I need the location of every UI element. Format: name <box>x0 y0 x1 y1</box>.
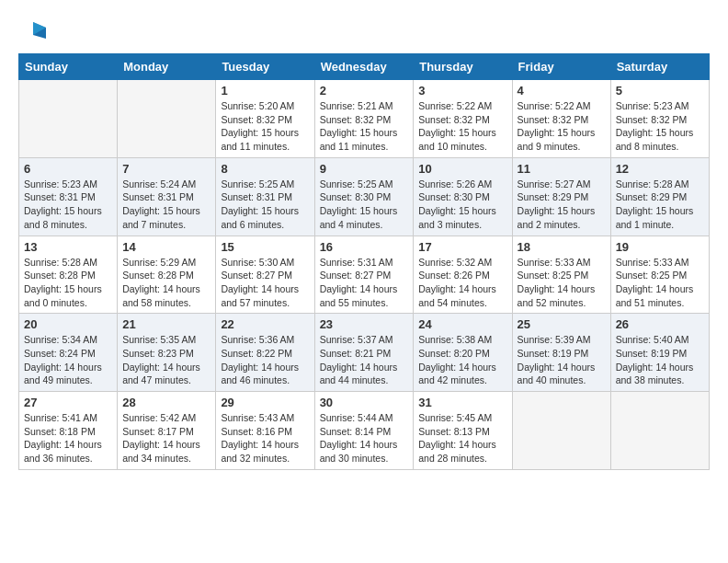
day-info: Sunrise: 5:21 AMSunset: 8:32 PMDaylight:… <box>320 99 409 154</box>
day-number: 2 <box>320 84 409 98</box>
calendar-cell: 19Sunrise: 5:33 AMSunset: 8:25 PMDayligh… <box>610 236 709 314</box>
day-number: 15 <box>221 240 309 254</box>
day-info: Sunrise: 5:44 AMSunset: 8:14 PMDaylight:… <box>320 411 409 465</box>
day-info: Sunrise: 5:29 AMSunset: 8:28 PMDaylight:… <box>122 256 210 310</box>
calendar-cell: 25Sunrise: 5:39 AMSunset: 8:19 PMDayligh… <box>512 314 610 392</box>
day-number: 13 <box>24 240 112 254</box>
calendar-header-row: SundayMondayTuesdayWednesdayThursdayFrid… <box>19 54 710 80</box>
day-number: 19 <box>616 240 704 254</box>
day-info: Sunrise: 5:37 AMSunset: 8:21 PMDaylight:… <box>320 333 409 387</box>
calendar-cell: 7Sunrise: 5:24 AMSunset: 8:31 PMDaylight… <box>118 157 216 236</box>
calendar-cell: 16Sunrise: 5:31 AMSunset: 8:27 PMDayligh… <box>314 236 414 314</box>
calendar-cell <box>19 80 118 158</box>
day-info: Sunrise: 5:25 AMSunset: 8:30 PMDaylight:… <box>320 178 409 232</box>
day-info: Sunrise: 5:31 AMSunset: 8:27 PMDaylight:… <box>320 256 409 310</box>
day-info: Sunrise: 5:36 AMSunset: 8:22 PMDaylight:… <box>221 333 309 387</box>
day-number: 11 <box>518 162 606 176</box>
calendar-cell: 15Sunrise: 5:30 AMSunset: 8:27 PMDayligh… <box>216 236 314 314</box>
calendar-cell: 23Sunrise: 5:37 AMSunset: 8:21 PMDayligh… <box>314 314 414 392</box>
day-number: 17 <box>418 240 506 254</box>
day-number: 20 <box>24 317 112 331</box>
day-number: 4 <box>518 84 606 98</box>
day-number: 30 <box>320 396 409 409</box>
day-info: Sunrise: 5:22 AMSunset: 8:32 PMDaylight:… <box>418 99 506 154</box>
calendar-cell: 30Sunrise: 5:44 AMSunset: 8:14 PMDayligh… <box>314 392 414 470</box>
day-number: 9 <box>320 162 409 176</box>
calendar-cell: 31Sunrise: 5:45 AMSunset: 8:13 PMDayligh… <box>414 392 512 470</box>
calendar-week-row: 1Sunrise: 5:20 AMSunset: 8:32 PMDaylight… <box>19 80 710 158</box>
calendar-cell: 4Sunrise: 5:22 AMSunset: 8:32 PMDaylight… <box>512 80 610 158</box>
day-info: Sunrise: 5:23 AMSunset: 8:31 PMDaylight:… <box>24 178 112 232</box>
day-info: Sunrise: 5:28 AMSunset: 8:29 PMDaylight:… <box>616 178 704 232</box>
calendar-cell: 8Sunrise: 5:25 AMSunset: 8:31 PMDaylight… <box>216 157 314 236</box>
calendar-cell <box>610 392 709 470</box>
calendar-cell: 20Sunrise: 5:34 AMSunset: 8:24 PMDayligh… <box>19 314 118 392</box>
calendar-cell: 22Sunrise: 5:36 AMSunset: 8:22 PMDayligh… <box>216 314 314 392</box>
day-number: 14 <box>122 240 210 254</box>
calendar-day-header: Friday <box>512 54 610 80</box>
calendar-week-row: 13Sunrise: 5:28 AMSunset: 8:28 PMDayligh… <box>19 236 710 314</box>
day-info: Sunrise: 5:27 AMSunset: 8:29 PMDaylight:… <box>518 178 606 232</box>
day-info: Sunrise: 5:35 AMSunset: 8:23 PMDaylight:… <box>122 333 210 387</box>
day-number: 1 <box>221 84 309 98</box>
calendar-day-header: Tuesday <box>216 54 314 80</box>
calendar-week-row: 27Sunrise: 5:41 AMSunset: 8:18 PMDayligh… <box>19 392 710 470</box>
day-number: 24 <box>418 317 506 331</box>
day-number: 22 <box>221 317 309 331</box>
day-number: 29 <box>221 396 309 409</box>
day-info: Sunrise: 5:25 AMSunset: 8:31 PMDaylight:… <box>221 178 309 232</box>
day-info: Sunrise: 5:30 AMSunset: 8:27 PMDaylight:… <box>221 256 309 310</box>
day-number: 3 <box>418 84 506 98</box>
day-info: Sunrise: 5:34 AMSunset: 8:24 PMDaylight:… <box>24 333 112 387</box>
calendar-day-header: Wednesday <box>314 54 414 80</box>
day-number: 23 <box>320 317 409 331</box>
day-info: Sunrise: 5:42 AMSunset: 8:17 PMDaylight:… <box>122 411 210 465</box>
day-number: 5 <box>616 84 704 98</box>
calendar-cell: 3Sunrise: 5:22 AMSunset: 8:32 PMDaylight… <box>414 80 512 158</box>
day-number: 10 <box>418 162 506 176</box>
day-number: 12 <box>616 162 704 176</box>
calendar-table: SundayMondayTuesdayWednesdayThursdayFrid… <box>18 53 710 470</box>
logo-icon <box>20 15 50 44</box>
day-number: 18 <box>518 240 606 254</box>
calendar-cell: 12Sunrise: 5:28 AMSunset: 8:29 PMDayligh… <box>610 157 709 236</box>
day-info: Sunrise: 5:45 AMSunset: 8:13 PMDaylight:… <box>418 411 506 465</box>
calendar-cell <box>118 80 216 158</box>
day-number: 25 <box>518 317 606 331</box>
day-info: Sunrise: 5:43 AMSunset: 8:16 PMDaylight:… <box>221 411 309 465</box>
calendar-cell: 26Sunrise: 5:40 AMSunset: 8:19 PMDayligh… <box>610 314 709 392</box>
calendar-week-row: 6Sunrise: 5:23 AMSunset: 8:31 PMDaylight… <box>19 157 710 236</box>
calendar-cell: 13Sunrise: 5:28 AMSunset: 8:28 PMDayligh… <box>19 236 118 314</box>
day-number: 21 <box>122 317 210 331</box>
day-info: Sunrise: 5:38 AMSunset: 8:20 PMDaylight:… <box>418 333 506 387</box>
day-info: Sunrise: 5:26 AMSunset: 8:30 PMDaylight:… <box>418 178 506 232</box>
calendar-day-header: Sunday <box>19 54 118 80</box>
calendar-day-header: Monday <box>118 54 216 80</box>
calendar-cell: 28Sunrise: 5:42 AMSunset: 8:17 PMDayligh… <box>118 392 216 470</box>
calendar-day-header: Saturday <box>610 54 709 80</box>
calendar-cell: 11Sunrise: 5:27 AMSunset: 8:29 PMDayligh… <box>512 157 610 236</box>
day-number: 31 <box>418 396 506 409</box>
calendar-cell: 29Sunrise: 5:43 AMSunset: 8:16 PMDayligh… <box>216 392 314 470</box>
calendar-cell: 10Sunrise: 5:26 AMSunset: 8:30 PMDayligh… <box>414 157 512 236</box>
calendar-cell: 24Sunrise: 5:38 AMSunset: 8:20 PMDayligh… <box>414 314 512 392</box>
day-number: 7 <box>122 162 210 176</box>
logo <box>18 15 50 44</box>
day-info: Sunrise: 5:20 AMSunset: 8:32 PMDaylight:… <box>221 99 309 154</box>
day-info: Sunrise: 5:32 AMSunset: 8:26 PMDaylight:… <box>418 256 506 310</box>
calendar-cell: 9Sunrise: 5:25 AMSunset: 8:30 PMDaylight… <box>314 157 414 236</box>
calendar-cell: 5Sunrise: 5:23 AMSunset: 8:32 PMDaylight… <box>610 80 709 158</box>
day-number: 28 <box>122 396 210 409</box>
day-info: Sunrise: 5:33 AMSunset: 8:25 PMDaylight:… <box>616 256 704 310</box>
calendar-day-header: Thursday <box>414 54 512 80</box>
day-info: Sunrise: 5:23 AMSunset: 8:32 PMDaylight:… <box>616 99 704 154</box>
day-number: 6 <box>24 162 112 176</box>
calendar-cell: 1Sunrise: 5:20 AMSunset: 8:32 PMDaylight… <box>216 80 314 158</box>
day-number: 27 <box>24 396 112 409</box>
day-info: Sunrise: 5:22 AMSunset: 8:32 PMDaylight:… <box>518 99 606 154</box>
day-info: Sunrise: 5:40 AMSunset: 8:19 PMDaylight:… <box>616 333 704 387</box>
calendar-cell: 17Sunrise: 5:32 AMSunset: 8:26 PMDayligh… <box>414 236 512 314</box>
calendar-cell: 14Sunrise: 5:29 AMSunset: 8:28 PMDayligh… <box>118 236 216 314</box>
calendar-cell: 6Sunrise: 5:23 AMSunset: 8:31 PMDaylight… <box>19 157 118 236</box>
day-number: 16 <box>320 240 409 254</box>
